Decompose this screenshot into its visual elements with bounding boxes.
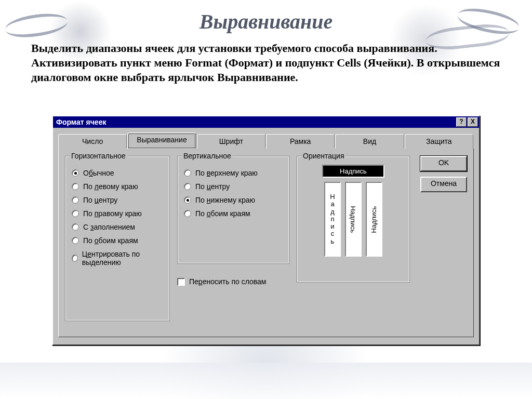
- horizontal-legend: Горизонтальное: [70, 152, 127, 160]
- radio-dot: [184, 183, 191, 190]
- wrap-text-label: Переносить по словам: [189, 277, 266, 286]
- radio-dot: [72, 237, 79, 244]
- radio-dot: [72, 223, 79, 231]
- radio-dot: [184, 196, 191, 204]
- horizontal-groupbox: Горизонтальное ОбычноеПо левому краюПо ц…: [65, 156, 170, 321]
- decorative-footer: [0, 363, 532, 399]
- radio-label: Центрировать по выделению: [82, 250, 163, 267]
- orientation-rotate270-sample[interactable]: Надпись: [366, 182, 382, 257]
- dialog-titlebar[interactable]: Формат ячеек ? X: [53, 116, 479, 128]
- horizontal-option-2[interactable]: По центру: [72, 196, 163, 204]
- vertical-option-0[interactable]: По верхнему краю: [184, 169, 283, 177]
- vertical-groupbox: Вертикальное По верхнему краюПо центруПо…: [177, 156, 289, 264]
- tab-1[interactable]: Выравнивание: [127, 132, 196, 149]
- horizontal-option-1[interactable]: По левому краю: [72, 182, 163, 191]
- dialog-body: Горизонтальное ОбычноеПо левому краюПо ц…: [58, 148, 474, 337]
- tab-0[interactable]: Число: [58, 134, 127, 149]
- radio-label: По нижнему краю: [195, 196, 255, 204]
- tab-4[interactable]: Вид: [335, 134, 404, 149]
- radio-label: По центру: [83, 196, 117, 204]
- tab-5[interactable]: Защита: [405, 134, 473, 149]
- vertical-option-3[interactable]: По обоим краям: [184, 209, 283, 218]
- close-button[interactable]: X: [468, 117, 478, 127]
- radio-label: По обоим краям: [83, 236, 138, 245]
- ok-button[interactable]: OK: [420, 156, 467, 171]
- radio-label: По верхнему краю: [195, 169, 258, 177]
- orientation-horizontal-sample[interactable]: Надпись: [322, 165, 384, 178]
- radio-label: С заполнением: [83, 223, 135, 231]
- horizontal-option-4[interactable]: С заполнением: [72, 223, 163, 231]
- radio-dot: [72, 255, 78, 262]
- radio-label: По центру: [195, 182, 230, 191]
- format-cells-dialog: Формат ячеек ? X ЧислоВыравниваниеШрифтР…: [52, 115, 480, 345]
- radio-dot: [72, 183, 79, 190]
- radio-label: Обычное: [83, 169, 114, 177]
- radio-dot: [72, 169, 79, 177]
- radio-dot: [72, 210, 79, 217]
- orientation-stacked-sample[interactable]: Н а д п и с ь: [324, 182, 341, 257]
- cancel-button[interactable]: Отмена: [420, 177, 467, 192]
- checkbox-box: [177, 278, 185, 286]
- radio-label: По правому краю: [83, 209, 142, 218]
- vertical-option-1[interactable]: По центру: [184, 182, 283, 191]
- dialog-title: Формат ячеек: [56, 118, 106, 126]
- radio-label: По обоим краям: [195, 209, 250, 218]
- slide-intro-text: Выделить диапазоны ячеек для установки т…: [31, 41, 501, 85]
- vertical-legend: Вертикальное: [182, 152, 233, 160]
- vertical-option-2[interactable]: По нижнему краю: [184, 196, 283, 204]
- radio-dot: [72, 196, 79, 204]
- horizontal-option-3[interactable]: По правому краю: [72, 209, 163, 218]
- wrap-text-checkbox[interactable]: Переносить по словам: [177, 277, 289, 286]
- radio-dot: [184, 210, 191, 217]
- horizontal-option-6[interactable]: Центрировать по выделению: [72, 250, 163, 267]
- orientation-groupbox: Ориентация Надпись Н а д п и с ь Надпись…: [297, 156, 410, 283]
- tab-strip: ЧислоВыравниваниеШрифтРамкаВидЗащита: [58, 132, 474, 149]
- orientation-rotate90-sample[interactable]: Надпись: [345, 182, 362, 257]
- tab-3[interactable]: Рамка: [266, 134, 335, 149]
- orientation-legend: Ориентация: [301, 152, 345, 160]
- radio-label: По левому краю: [83, 182, 138, 191]
- tab-2[interactable]: Шрифт: [197, 134, 265, 149]
- horizontal-option-5[interactable]: По обоим краям: [72, 236, 163, 245]
- radio-dot: [184, 169, 191, 177]
- horizontal-option-0[interactable]: Обычное: [72, 169, 163, 177]
- help-button[interactable]: ?: [456, 117, 467, 127]
